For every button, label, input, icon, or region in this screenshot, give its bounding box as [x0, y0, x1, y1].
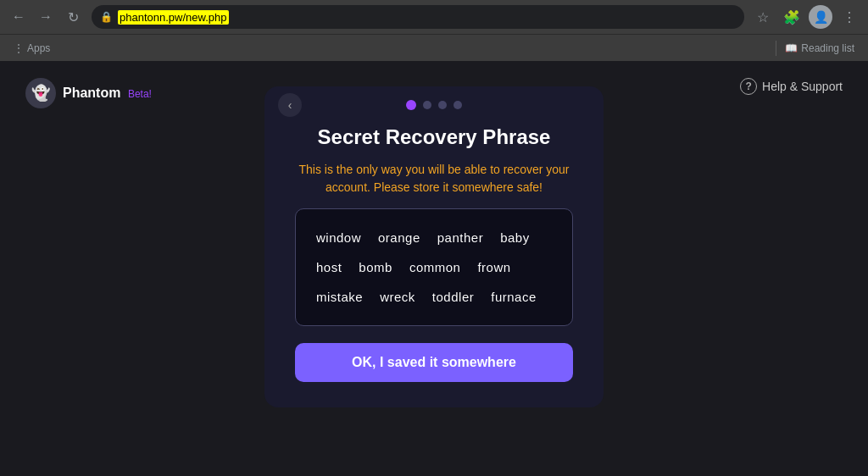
nav-buttons: ← → ↻ [7, 5, 85, 29]
back-nav-button[interactable]: ← [7, 5, 31, 29]
help-support-link[interactable]: ? Help & Support [740, 78, 843, 95]
reload-button[interactable]: ↻ [61, 5, 85, 29]
step-dot-4 [453, 101, 462, 109]
phrase-word: wreck [380, 285, 415, 308]
apps-bookmark[interactable]: ⋮ Apps [7, 39, 57, 58]
card-body: Secret Recovery Phrase This is the only … [264, 117, 604, 407]
card-back-button[interactable]: ‹ [278, 93, 302, 117]
profile-button[interactable]: 👤 [809, 5, 832, 29]
phrase-word: frown [477, 256, 510, 279]
phrase-word: furnace [491, 285, 537, 308]
url-highlighted: phantonn.pw/new.php [118, 10, 229, 25]
phrase-word: mistake [316, 285, 363, 308]
apps-label: Apps [27, 42, 50, 54]
card-header: ‹ [264, 86, 604, 117]
phrase-word: host [316, 256, 342, 279]
step-dot-1 [406, 100, 416, 110]
browser-toolbar: ← → ↻ 🔒 phantonn.pw/new.php ☆ 🧩 👤 ⋮ [0, 0, 868, 34]
phantom-logo: 👻 Phantom Beta! [25, 78, 152, 108]
phrase-word: toddler [432, 285, 474, 308]
forward-nav-button[interactable]: → [34, 5, 58, 29]
phrase-word: common [409, 256, 461, 279]
menu-button[interactable]: ⋮ [837, 5, 861, 29]
phrase-word: baby [500, 226, 530, 249]
reading-list-separator [776, 41, 776, 56]
address-text: phantonn.pw/new.php [118, 9, 229, 25]
phrase-word: window [316, 226, 361, 249]
toolbar-icons: ☆ 🧩 👤 ⋮ [751, 5, 861, 29]
help-support-label: Help & Support [762, 80, 843, 93]
phrase-words: windoworangepantherbabyhostbombcommonfro… [316, 226, 552, 308]
bookmarks-bar: ⋮ Apps 📖 Reading list [0, 34, 868, 61]
recovery-phrase-card: ‹ Secret Recovery Phrase This is the onl… [264, 86, 604, 407]
card-title: Secret Recovery Phrase [318, 125, 551, 149]
phantom-beta: Beta! [128, 88, 152, 100]
phantom-name: Phantom [63, 86, 120, 100]
step-dot-2 [423, 101, 431, 109]
phantom-avatar: 👻 [25, 78, 56, 108]
extensions-button[interactable]: 🧩 [780, 5, 804, 29]
phrase-word: panther [437, 226, 483, 249]
step-dots [406, 100, 462, 110]
help-icon: ? [740, 78, 757, 95]
reading-list-button[interactable]: 📖 Reading list [778, 39, 861, 58]
ok-saved-button[interactable]: OK, I saved it somewhere [295, 343, 573, 382]
phrase-word: bomb [359, 256, 392, 279]
step-dot-3 [438, 101, 447, 109]
card-subtitle: This is the only way you will be able to… [295, 161, 573, 196]
lock-icon: 🔒 [100, 11, 113, 23]
reading-list-icon: 📖 [785, 42, 798, 54]
phrase-box: windoworangepantherbabyhostbombcommonfro… [295, 208, 573, 326]
reading-list-label: Reading list [801, 42, 854, 54]
phrase-word: orange [378, 226, 420, 249]
address-bar[interactable]: 🔒 phantonn.pw/new.php [92, 5, 744, 29]
browser-chrome: ← → ↻ 🔒 phantonn.pw/new.php ☆ 🧩 👤 ⋮ ⋮ Ap… [0, 0, 868, 61]
page-content: 👻 Phantom Beta! ? Help & Support ‹ Secre… [0, 61, 868, 476]
bookmark-star-button[interactable]: ☆ [751, 5, 775, 29]
apps-grid-icon: ⋮ [14, 42, 24, 54]
